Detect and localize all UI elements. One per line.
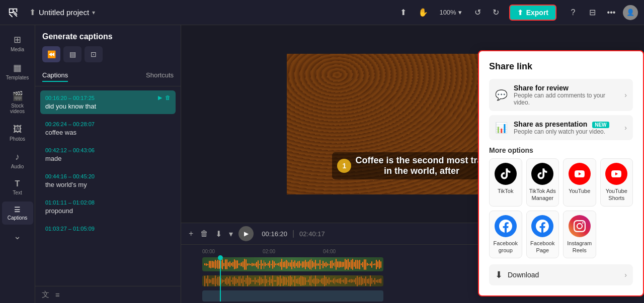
project-title-area: ⬆ Untitled project ▾ xyxy=(29,8,95,17)
platform-facebook-group[interactable]: Facebook group xyxy=(489,211,522,259)
caption-time-6: 01:03:27 – 01:05:09 xyxy=(45,226,171,232)
sidebar-item-captions[interactable]: ☰ Captions xyxy=(2,201,33,225)
text-icon: T xyxy=(15,179,20,188)
mode-btn-text[interactable]: ▤ xyxy=(63,46,82,62)
share-presentation-icon: 📊 xyxy=(495,122,508,134)
audio-label: Audio xyxy=(11,164,24,169)
platform-tiktok[interactable]: TikTok xyxy=(489,158,522,207)
redo-button[interactable]: ↻ xyxy=(488,5,504,21)
layers-button[interactable]: ⊟ xyxy=(585,5,600,20)
hand-tool-button[interactable]: ✋ xyxy=(415,5,431,21)
caption-item-1[interactable]: 00:16:20 – 00:17:25 ▶ 🗑 did you know tha… xyxy=(40,90,176,114)
platform-tiktok-ads[interactable]: TikTok Ads Manager xyxy=(526,158,559,207)
sidebar-item-stock-videos[interactable]: 🎬 Stock videos xyxy=(2,86,33,118)
sidebar-item-templates[interactable]: ▦ Templates xyxy=(2,58,33,84)
platform-youtube[interactable]: YouTube xyxy=(563,158,596,207)
zoom-control[interactable]: 100% ▾ xyxy=(435,7,465,18)
mode-btn-magic[interactable]: ⊡ xyxy=(85,46,103,62)
step-number: 1 xyxy=(337,159,351,173)
share-for-review-option[interactable]: 💬 Share for review People can add commen… xyxy=(489,79,633,111)
youtube-shorts-label: YouTube Shorts xyxy=(603,187,631,202)
caption-item-5[interactable]: 01:01:11 – 01:02:08 propound xyxy=(40,195,176,219)
topbar: ⬆ Untitled project ▾ ⬆ ✋ 100% ▾ ↺ ↻ ⬆ Ex… xyxy=(0,0,644,25)
share-review-label: Share for review xyxy=(514,84,618,92)
play-caption-icon[interactable]: ▶ xyxy=(158,94,162,101)
caption-time-1: 00:16:20 – 00:17:25 ▶ 🗑 xyxy=(45,94,171,101)
sidebar-item-photos[interactable]: 🖼 Photos xyxy=(2,120,33,146)
undo-button[interactable]: ↺ xyxy=(470,5,486,21)
media-label: Media xyxy=(11,47,24,52)
export-label: Export xyxy=(526,9,548,17)
platform-facebook-page[interactable]: Facebook Page xyxy=(526,211,559,259)
share-as-presentation-option[interactable]: 📊 Share as presentation NEW People can o… xyxy=(489,115,633,140)
share-presentation-label: Share as presentation NEW xyxy=(514,120,609,128)
audio-track-2[interactable] xyxy=(202,275,383,286)
download-arrow-icon: › xyxy=(624,271,627,279)
caption-time-value-5: 01:01:11 – 01:02:08 xyxy=(45,199,95,206)
editor-area: ▭ 16:9 1 Coffee is the second most trad … xyxy=(181,25,644,303)
help-button[interactable]: ? xyxy=(566,5,581,20)
facebook-page-label: Facebook Page xyxy=(529,240,557,254)
user-avatar[interactable]: 👤 xyxy=(623,5,638,20)
tiktok-label: TikTok xyxy=(498,187,513,194)
caption-item-3[interactable]: 00:42:12 – 00:43:06 made xyxy=(40,143,176,166)
topbar-tools: ⬆ ✋ 100% ▾ ↺ ↻ xyxy=(395,5,504,21)
export-button[interactable]: ⬆ Export xyxy=(509,5,556,21)
instagram-reels-label: Instagram Reels xyxy=(566,240,594,254)
sidebar-item-more[interactable]: ⌄ xyxy=(2,227,33,246)
caption-text-2: coffee was xyxy=(45,129,171,136)
current-time: 00:16:20 xyxy=(262,230,287,238)
left-sidebar: ⊞ Media ▦ Templates 🎬 Stock videos 🖼 Pho… xyxy=(0,25,35,303)
youtube-icon xyxy=(569,163,591,185)
mode-btn-rewind[interactable]: ⏪ xyxy=(42,46,60,62)
facebook-group-icon xyxy=(495,215,517,237)
playhead[interactable] xyxy=(220,257,221,301)
project-title[interactable]: Untitled project xyxy=(39,8,89,17)
project-chevron-icon[interactable]: ▾ xyxy=(92,9,95,16)
tab-shortcuts[interactable]: Shortcuts xyxy=(146,71,174,82)
sidebar-item-media[interactable]: ⊞ Media xyxy=(2,30,33,56)
caption-item-6[interactable]: 01:03:27 – 01:05:09 xyxy=(40,222,176,237)
download-label: Download xyxy=(508,271,539,279)
sidebar-item-audio[interactable]: ♪ Audio xyxy=(2,148,33,173)
sidebar-item-text[interactable]: T Text xyxy=(2,175,33,199)
undo-redo-group: ↺ ↻ xyxy=(470,5,504,21)
translate-icon[interactable]: 文 xyxy=(40,288,51,301)
caption-controls-1: ▶ 🗑 xyxy=(158,94,171,101)
more-button[interactable]: ••• xyxy=(604,5,619,20)
download-clip-button[interactable]: ⬇ xyxy=(214,228,223,240)
platform-youtube-shorts[interactable]: YouTube Shorts xyxy=(600,158,633,207)
app-logo[interactable] xyxy=(6,6,20,20)
play-button[interactable]: ▶ xyxy=(238,226,254,241)
zoom-level: 100% xyxy=(439,9,456,16)
upload-icon: ⬆ xyxy=(29,8,36,17)
audio-track[interactable] xyxy=(202,257,383,271)
add-track-button[interactable]: + xyxy=(187,228,195,240)
delete-track-button[interactable]: 🗑 xyxy=(199,228,210,240)
select-tool-button[interactable]: ⬆ xyxy=(395,5,411,21)
time-mark-0: 00:00 xyxy=(202,249,263,254)
caption-time-value-3: 00:42:12 – 00:43:06 xyxy=(45,147,95,153)
caption-item-4[interactable]: 00:44:16 – 00:45:20 the world's my xyxy=(40,169,176,192)
share-review-text: Share for review People can add comments… xyxy=(514,84,618,106)
filter-icon[interactable]: ≡ xyxy=(54,289,61,300)
tiktok-ads-icon xyxy=(531,163,553,185)
share-presentation-desc: People can only watch your video. xyxy=(514,128,609,135)
caption-item-2[interactable]: 00:26:24 – 00:28:07 coffee was xyxy=(40,117,176,140)
platform-instagram-reels[interactable]: Instagram Reels xyxy=(563,211,596,259)
download-option[interactable]: ⬇ Download › xyxy=(489,264,633,285)
topbar-right: ? ⊟ ••• 👤 xyxy=(566,5,638,20)
share-review-icon: 💬 xyxy=(495,89,508,101)
share-presentation-arrow-icon: › xyxy=(624,124,627,132)
new-badge: NEW xyxy=(592,122,609,128)
download-chevron-button[interactable]: ▾ xyxy=(227,228,234,240)
audio-bars xyxy=(202,257,383,271)
caption-bubble: 1 Coffee is the second most trad in the … xyxy=(332,152,493,179)
photos-label: Photos xyxy=(10,136,25,142)
delete-caption-icon[interactable]: 🗑 xyxy=(165,94,171,101)
tab-captions[interactable]: Captions xyxy=(42,71,68,82)
video-track[interactable] xyxy=(202,290,383,301)
more-down-icon: ⌄ xyxy=(14,231,21,242)
time-mark-2: 04:00 xyxy=(323,249,383,254)
caption-line1: Coffee is the second most trad xyxy=(355,155,488,166)
